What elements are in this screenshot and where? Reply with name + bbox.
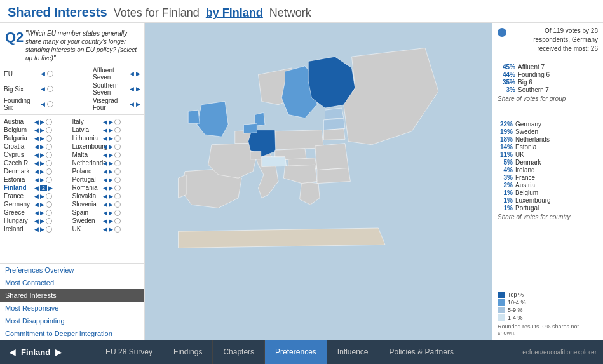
country-latvia: Latvia◀▶ bbox=[72, 126, 141, 134]
visegrad-label: Visegrád Four bbox=[93, 97, 128, 111]
bigsix-left[interactable]: ◀ bbox=[41, 86, 45, 92]
stat-founding: 44% Founding 6 bbox=[498, 71, 598, 78]
group-row-bigsix: Big Six ◀ Southern Seven ◀ ▶ bbox=[4, 81, 140, 97]
legend-top: Top % bbox=[498, 292, 598, 298]
country-denmark: Denmark◀▶ bbox=[4, 167, 72, 175]
group-eu-left[interactable]: ◀ bbox=[41, 71, 45, 77]
country-stats: 22%Germany 19%Sweden 18%Netherlands 14%E… bbox=[498, 121, 598, 220]
country-croatia: Croatia◀▶ bbox=[4, 142, 72, 151]
group-stats-label: Share of votes for group bbox=[498, 95, 598, 102]
group-stats: 45% Affluent 7 44% Founding 6 35% Big 6 … bbox=[498, 64, 598, 102]
tab-preferences[interactable]: Preferences bbox=[265, 340, 327, 364]
country-navigation: ◀ Finland ▶ bbox=[0, 347, 95, 357]
country-netherlands: Netherlands◀▶ bbox=[72, 159, 141, 167]
map-area bbox=[145, 23, 492, 340]
southseven-left[interactable]: ◀ bbox=[130, 86, 134, 92]
tab-policies-partners[interactable]: Policies & Partners bbox=[379, 340, 464, 364]
country-austria: Austria◀▶ bbox=[4, 118, 72, 126]
group-rows: EU ◀ Affluent Seven ◀ ▶ Big Six ◀ Southe… bbox=[0, 66, 144, 115]
legend-10-4-box bbox=[498, 299, 505, 306]
country-czech: Czech R.◀▶ bbox=[4, 159, 72, 167]
country-malta: Malta◀▶ bbox=[72, 151, 141, 159]
country-greece: Greece◀▶ bbox=[4, 208, 72, 217]
tab-findings[interactable]: Findings bbox=[163, 340, 213, 364]
main-container: Shared Interests Votes for Finland by Fi… bbox=[0, 0, 603, 364]
affluent-label: Affluent Seven bbox=[93, 67, 128, 81]
country-spain: Spain◀▶ bbox=[72, 208, 141, 217]
legend-top-box bbox=[498, 292, 505, 298]
country-portugal: Portugal◀▶ bbox=[72, 175, 141, 184]
country-italy: Italy◀▶ bbox=[72, 118, 141, 126]
country-sweden: Sweden◀▶ bbox=[72, 217, 141, 225]
legend-5-9: 5-9 % bbox=[498, 307, 598, 313]
header: Shared Interests Votes for Finland by Fi… bbox=[0, 0, 603, 23]
q2-label: Q2 bbox=[5, 29, 20, 62]
affluent-left[interactable]: ◀ bbox=[130, 71, 134, 77]
legend-5-9-box bbox=[498, 307, 505, 313]
country-uk: UK◀▶ bbox=[72, 225, 141, 233]
country-col-right: Italy◀▶ Latvia◀▶ Lithuania◀▶ Luxembourg◀… bbox=[72, 118, 141, 260]
header-network: Network bbox=[269, 6, 311, 20]
legend-1-4: 1-4 % bbox=[498, 314, 598, 321]
nav-most-contacted[interactable]: Most Contacted bbox=[0, 276, 144, 289]
group-founding-label: Founding Six bbox=[4, 97, 39, 111]
tab-eu28-survey[interactable]: EU 28 Survey bbox=[95, 340, 163, 364]
bottom-tabs: EU 28 Survey Findings Chapters Preferenc… bbox=[95, 340, 603, 364]
country-bulgaria: Bulgaria◀▶ bbox=[4, 134, 72, 142]
country-france: France◀▶ bbox=[4, 192, 72, 200]
sidebar-navigation: Preferences Overview Most Contacted Shar… bbox=[0, 263, 144, 340]
southseven-label: Southern Seven bbox=[93, 82, 128, 96]
tab-influence[interactable]: Influence bbox=[327, 340, 379, 364]
country-slovakia: Slovakia◀▶ bbox=[72, 192, 141, 200]
nav-shared-interests[interactable]: Shared Interests bbox=[0, 289, 144, 302]
tab-chapters[interactable]: Chapters bbox=[213, 340, 265, 364]
blue-circle-icon bbox=[498, 28, 506, 37]
nav-most-disappointing[interactable]: Most Disappointing bbox=[0, 314, 144, 327]
country-estonia: Estonia◀▶ bbox=[4, 175, 72, 184]
nav-preferences-overview[interactable]: Preferences Overview bbox=[0, 264, 144, 276]
country-lithuania: Lithuania◀▶ bbox=[72, 134, 141, 142]
founding-circle[interactable] bbox=[47, 101, 53, 107]
country-hungary: Hungary◀▶ bbox=[4, 217, 72, 225]
group-row-founding: Founding Six ◀ Visegrád Four ◀ ▶ bbox=[4, 97, 140, 112]
bottom-bar: ◀ Finland ▶ EU 28 Survey Findings Chapte… bbox=[0, 340, 603, 364]
nav-most-responsive[interactable]: Most Responsive bbox=[0, 302, 144, 314]
bigsix-circle[interactable] bbox=[47, 86, 53, 92]
sidebar: Q2 "Which EU member states generally sha… bbox=[0, 23, 145, 340]
country-finland: Finland◀2▶ bbox=[4, 184, 72, 192]
ecfr-link[interactable]: ecfr.eu/eucoalitionexplorer bbox=[516, 349, 603, 356]
next-country-button[interactable]: ▶ bbox=[55, 347, 62, 357]
group-eu-label: EU bbox=[4, 71, 39, 78]
europe-map bbox=[145, 23, 492, 340]
header-by-finland[interactable]: by Finland bbox=[206, 6, 263, 20]
group-row-eu: EU ◀ Affluent Seven ◀ ▶ bbox=[4, 66, 140, 81]
q2-section: Q2 "Which EU member states generally sha… bbox=[0, 27, 144, 66]
rounded-note: Rounded results. 0% shares not shown. bbox=[498, 323, 598, 336]
stat-bigsix: 35% Big 6 bbox=[498, 79, 598, 86]
country-luxembourg: Luxembourg◀▶ bbox=[72, 142, 141, 151]
stats-divider bbox=[498, 109, 598, 109]
content-area: Q2 "Which EU member states generally sha… bbox=[0, 23, 603, 340]
country-poland: Poland◀▶ bbox=[72, 167, 141, 175]
affluent-right[interactable]: ▶ bbox=[136, 71, 140, 77]
group-eu-circle[interactable] bbox=[47, 71, 53, 77]
header-shared-interests: Shared Interests bbox=[8, 5, 107, 20]
country-slovenia: Slovenia◀▶ bbox=[72, 200, 141, 208]
country-grid: Austria◀▶ Belgium◀▶ Bulgaria◀▶ Croatia◀▶… bbox=[0, 115, 144, 263]
group-bigsix-label: Big Six bbox=[4, 86, 39, 93]
nav-commitment-deeper[interactable]: Commitment to Deeper Integration bbox=[0, 327, 144, 340]
country-belgium: Belgium◀▶ bbox=[4, 126, 72, 134]
country-germany: Germany◀▶ bbox=[4, 200, 72, 208]
info-text: Of 119 votes by 28 respondents, Germany … bbox=[509, 27, 598, 53]
southseven-right[interactable]: ▶ bbox=[136, 86, 140, 92]
right-panel: Of 119 votes by 28 respondents, Germany … bbox=[492, 23, 603, 340]
visegrad-right[interactable]: ▶ bbox=[136, 101, 140, 107]
header-votes-for: Votes for Finland bbox=[114, 6, 200, 20]
legend-10-4: 10-4 % bbox=[498, 299, 598, 306]
prev-country-button[interactable]: ◀ bbox=[9, 347, 16, 357]
stat-affluent: 45% Affluent 7 bbox=[498, 64, 598, 71]
visegrad-left[interactable]: ◀ bbox=[130, 101, 134, 107]
founding-left[interactable]: ◀ bbox=[41, 101, 45, 107]
country-stats-label: Share of votes for country bbox=[498, 213, 598, 220]
legend-1-4-box bbox=[498, 314, 505, 321]
